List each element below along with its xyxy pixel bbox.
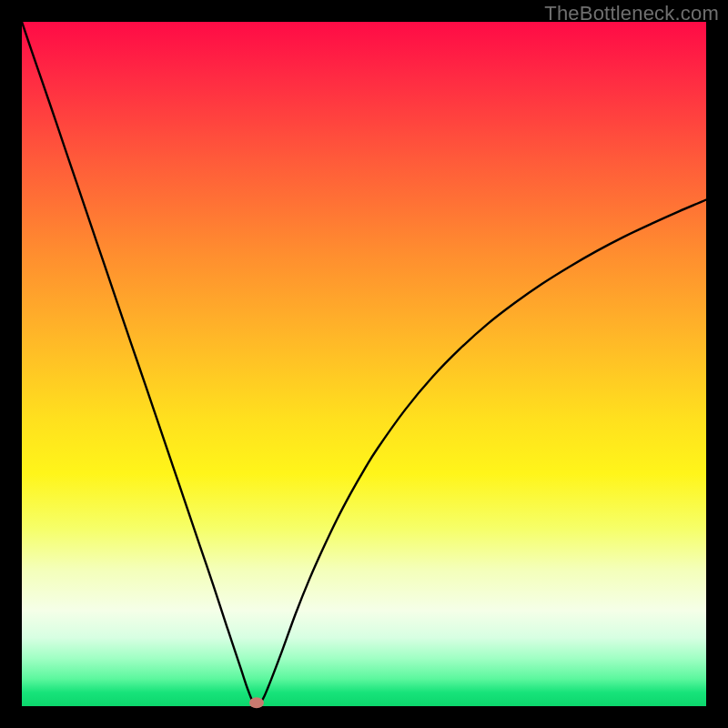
plot-area <box>22 22 706 706</box>
minimum-marker <box>249 697 264 708</box>
bottleneck-curve <box>22 22 706 705</box>
chart-frame: TheBottleneck.com <box>0 0 728 728</box>
curve-layer <box>22 22 706 706</box>
